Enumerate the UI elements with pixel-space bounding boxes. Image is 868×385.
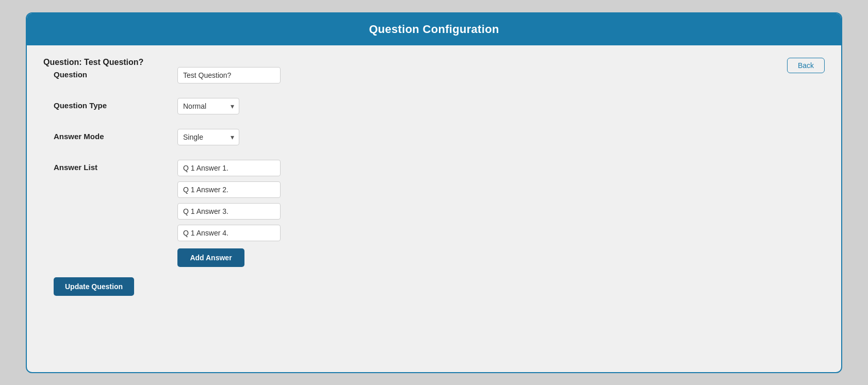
content-area: Question: Test Question? Back Question Q… — [27, 45, 841, 316]
answer-input-4[interactable] — [177, 225, 281, 241]
question-type-row: Question Type Normal Boolean Scale — [54, 98, 825, 114]
answer-input-2[interactable] — [177, 181, 281, 198]
add-answer-button[interactable]: Add Answer — [177, 248, 244, 267]
answer-list-row: Answer List Add Answer — [54, 160, 825, 267]
header-bar: Question Configuration — [27, 13, 841, 45]
page-title: Question Configuration — [369, 23, 499, 36]
answer-mode-select[interactable]: Single Multiple — [177, 129, 239, 145]
question-input[interactable] — [177, 67, 281, 83]
answer-list-label: Answer List — [54, 160, 177, 172]
question-type-label: Question Type — [54, 98, 177, 110]
question-type-wrapper: Normal Boolean Scale — [177, 98, 239, 114]
answer-mode-wrapper: Single Multiple — [177, 129, 239, 145]
main-container: Question Configuration Question: Test Qu… — [26, 12, 842, 373]
question-heading: Question: Test Question? — [43, 58, 143, 66]
answer-list-column: Add Answer — [177, 160, 281, 267]
back-button[interactable]: Back — [787, 58, 825, 73]
question-label: Question — [54, 67, 177, 79]
answer-mode-label: Answer Mode — [54, 129, 177, 141]
update-question-button[interactable]: Update Question — [54, 277, 134, 296]
form-section: Question Question Type Normal Boolean Sc… — [43, 67, 825, 267]
answer-mode-row: Answer Mode Single Multiple — [54, 129, 825, 145]
question-row: Question — [54, 67, 825, 83]
answer-input-1[interactable] — [177, 160, 281, 176]
answer-input-3[interactable] — [177, 203, 281, 220]
question-type-select[interactable]: Normal Boolean Scale — [177, 98, 239, 114]
